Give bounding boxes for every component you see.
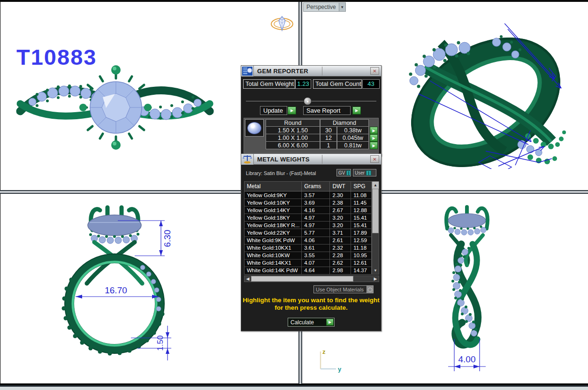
scroll-up-icon[interactable]: ▲ — [372, 182, 379, 189]
scroll-right-icon[interactable]: ▶ — [372, 276, 379, 282]
gem-table-row[interactable]: 1.50 X 1.50 30 0.38tw ▶ — [266, 127, 378, 134]
ring-top-wireframe-icon — [270, 15, 294, 33]
gem-reporter-title: GEM REPORTER — [254, 68, 308, 75]
ring-front-view[interactable]: 16.70 6.30 1.50 — [24, 201, 221, 375]
metal-row[interactable]: Yellow Gold:18KY4.973.2015.41 — [244, 214, 371, 222]
total-gem-weight-label: Total Gem Weight — [243, 79, 295, 89]
metal-table-header: Metal Grams DWT SPG — [244, 182, 371, 191]
perspective-viewport-tab[interactable]: Perspective ▼ — [303, 2, 346, 12]
status-bar — [0, 385, 588, 390]
total-gem-count-value: 43 — [362, 79, 380, 89]
scrollbar-thumb[interactable] — [251, 276, 353, 282]
dwt-column-header[interactable]: DWT — [330, 182, 351, 191]
gem-reporter-titlebar[interactable]: GEM REPORTER ✕ — [241, 66, 381, 76]
gem-size: 6.00 X 6.00 — [266, 142, 320, 149]
metal-row[interactable]: Yellow Gold:9KY3.572.3011.08 — [244, 191, 371, 199]
gem-thumbnail[interactable] — [245, 119, 264, 137]
gem-table: Round Diamond 1.50 X 1.50 30 0.38tw ▶ 1.… — [244, 118, 379, 153]
scroll-down-icon[interactable]: ▼ — [372, 267, 379, 274]
user-toggle-icon[interactable]: ❙ — [366, 170, 371, 176]
gem-table-row[interactable]: 6.00 X 6.00 1 0.81tw ▶ — [266, 142, 378, 149]
instruction-text: Highlight the item you want to find the … — [241, 297, 381, 312]
model-number-label: T10883 — [16, 44, 97, 70]
metal-row[interactable]: White Gold:9K PdW4.062.6112.59 — [244, 237, 371, 245]
dim-head-height: 6.30 — [162, 230, 172, 247]
gv-toggle-icon[interactable]: ❙ — [346, 170, 351, 176]
scrollbar-thumb[interactable] — [372, 189, 379, 233]
metal-row[interactable]: White Gold:10KW3.552.2810.95 — [244, 252, 371, 260]
use-object-materials-dropdown[interactable]: Use Object Materials ◯ — [313, 285, 374, 293]
chevron-up-icon: ▲ — [306, 99, 309, 103]
dim-inner-diameter: 16.70 — [105, 285, 127, 295]
gem-table-row[interactable]: 1.00 X 1.00 12 0.045tw ▶ — [266, 134, 378, 142]
gv-button[interactable]: GV ❙ — [336, 169, 351, 176]
gem-count: 1 — [320, 142, 337, 149]
horizontal-scrollbar[interactable]: ◀ ▶ — [244, 275, 379, 282]
metal-row[interactable]: Yellow Gold:10KY3.692.3811.45 — [244, 199, 371, 206]
metal-weights-titlebar[interactable]: METAL WEIGHTS ✕ — [241, 154, 381, 165]
axis-indicator: z y — [314, 347, 344, 375]
metal-weights-title: METAL WEIGHTS — [254, 156, 310, 163]
save-report-go-icon[interactable]: ▶ — [352, 107, 361, 115]
dim-shank-width: 4.00 — [458, 354, 476, 364]
vertical-scrollbar[interactable]: ▲ ▼ — [372, 181, 379, 275]
metal-row[interactable]: White Gold:14K PdW4.642.9814.37 — [244, 267, 371, 275]
total-gem-weight-value: 1.23 — [295, 79, 311, 89]
user-button[interactable]: User ❙ — [353, 169, 376, 176]
close-icon[interactable]: ✕ — [370, 155, 379, 163]
titlebar-separator — [322, 155, 322, 164]
ring-perspective-view[interactable] — [389, 23, 588, 169]
axis-y-label: y — [338, 366, 342, 373]
gem-row-go-icon[interactable]: ▶ — [370, 142, 378, 149]
gem-size: 1.50 X 1.50 — [266, 127, 320, 134]
calculate-go-icon[interactable]: ▶ — [326, 319, 334, 326]
grams-column-header[interactable]: Grams — [302, 182, 330, 191]
metal-weights-panel: METAL WEIGHTS ✕ Library: Satin Blur - (F… — [241, 153, 382, 331]
dim-shank-depth: 1.50 — [156, 335, 165, 351]
gem-weight: 0.045tw — [337, 134, 369, 142]
library-label: Library: Satin Blur - (Fast)-Metal — [246, 170, 316, 176]
collapse-button[interactable]: ▲ — [304, 97, 312, 105]
gem-reporter-panel: GEM REPORTER ✕ Total Gem Weight 1.23 Tot… — [241, 65, 382, 156]
application-window: T10883 — [0, 0, 588, 390]
gv-label: GV — [338, 170, 345, 176]
metal-row[interactable]: Yellow Gold:22KY5.773.7117.89 — [244, 229, 371, 237]
perspective-tab-label: Perspective — [304, 4, 339, 10]
calculate-label: Calculate — [288, 319, 326, 326]
update-go-icon[interactable]: ▶ — [288, 107, 296, 115]
gem-row-go-icon[interactable]: ▶ — [370, 134, 378, 142]
scale-icon — [241, 154, 254, 165]
metal-row[interactable]: White Gold:14KX14.072.6212.61 — [244, 260, 371, 267]
ring-top-view[interactable] — [14, 64, 216, 161]
metal-column-header[interactable]: Metal — [244, 182, 302, 191]
gem-weight: 0.81tw — [337, 142, 369, 149]
scroll-left-icon[interactable]: ◀ — [244, 276, 251, 282]
gem-size: 1.00 X 1.00 — [266, 134, 320, 142]
gem-count: 12 — [320, 134, 337, 142]
spg-column-header[interactable]: SPG — [351, 182, 371, 191]
save-report-button[interactable]: Save Report — [303, 106, 351, 115]
metal-row[interactable]: Yellow Gold:14KY4.162.6712.88 — [244, 206, 371, 214]
axis-z-label: z — [322, 348, 326, 355]
user-label: User — [355, 170, 365, 176]
gem-weight: 0.38tw — [337, 127, 369, 134]
gem-type-header: Diamond — [320, 119, 369, 127]
metal-row[interactable]: Yellow Gold:18KY R...4.973.2015.41 — [244, 222, 371, 229]
ring-side-view[interactable]: 4.00 — [429, 199, 514, 375]
update-button[interactable]: Update — [260, 106, 287, 115]
gem-table-header: Round Diamond — [266, 119, 378, 127]
close-icon[interactable]: ✕ — [370, 67, 379, 75]
metal-row[interactable]: White Gold:10KX13.612.3211.18 — [244, 245, 371, 252]
gem-report-icon — [241, 66, 254, 76]
radio-circle-icon[interactable]: ◯ — [367, 286, 373, 293]
metal-table: Metal Grams DWT SPG Yellow Gold:9KY3.572… — [244, 181, 372, 275]
gem-row-go-icon[interactable]: ▶ — [370, 127, 378, 134]
window-top-edge — [0, 0, 588, 2]
chevron-down-icon[interactable]: ▼ — [339, 3, 345, 11]
gem-shape-header: Round — [266, 119, 320, 127]
calculate-button[interactable]: Calculate ▶ — [288, 318, 335, 327]
gem-count: 30 — [320, 127, 337, 134]
titlebar-separator — [322, 67, 322, 76]
round-gem-icon — [247, 122, 261, 134]
use-object-materials-label: Use Object Materials — [314, 287, 367, 292]
